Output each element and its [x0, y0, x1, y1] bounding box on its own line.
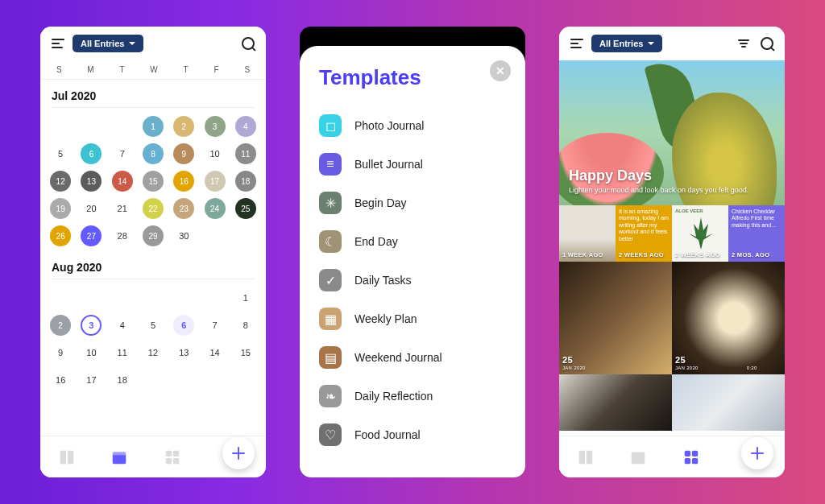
day-cell[interactable]: 23 [168, 196, 199, 221]
weekday-header: SMTWTFS [40, 60, 266, 80]
aug-grid: 123456789101112131415161718 [40, 283, 266, 395]
day-cell[interactable]: 2 [168, 114, 199, 138]
day-cell[interactable]: 8 [230, 313, 261, 337]
day-cell[interactable]: 20 [76, 196, 106, 221]
calendar-scroll[interactable]: Jul 2020 1234567891011121314151617181920… [40, 80, 266, 477]
nav-grid-icon[interactable] [164, 448, 181, 466]
day-cell[interactable]: 15 [138, 169, 168, 193]
day-cell[interactable]: 25 [230, 196, 261, 221]
template-item[interactable]: ≡Bullet Journal [319, 145, 506, 184]
entry-tile-large[interactable]: 25JAN 20200:20 [672, 262, 785, 374]
day-cell[interactable]: 19 [45, 196, 76, 221]
entry-tile[interactable]: 1 WEEK AGO [559, 205, 616, 262]
day-cell[interactable]: 3 [76, 313, 106, 337]
template-item[interactable]: ✳Begin Day [319, 184, 506, 222]
day-cell[interactable]: 17 [76, 368, 106, 392]
hero-banner[interactable]: Happy Days Lighten your mood and look ba… [559, 60, 785, 205]
day-cell[interactable]: 5 [138, 313, 168, 337]
close-button[interactable]: ✕ [490, 60, 511, 81]
nav-list-icon[interactable] [58, 448, 76, 466]
svg-rect-10 [632, 452, 645, 464]
day-cell[interactable]: 14 [107, 169, 138, 193]
day-cell[interactable]: 18 [230, 169, 261, 193]
chevron-down-icon [648, 42, 654, 45]
day-cell [45, 286, 76, 310]
template-item[interactable]: ♡Food Journal [319, 415, 506, 454]
day-cell[interactable]: 10 [76, 341, 106, 365]
day-cell[interactable]: 27 [76, 224, 106, 248]
day-cell[interactable]: 11 [230, 142, 261, 166]
template-label: Weekly Plan [354, 312, 417, 325]
gallery-scroll[interactable]: Happy Days Lighten your mood and look ba… [559, 60, 785, 477]
day-cell [107, 114, 138, 138]
day-cell[interactable]: 5 [45, 142, 76, 166]
day-cell[interactable]: 30 [168, 224, 199, 248]
day-cell[interactable]: 4 [107, 313, 138, 337]
day-cell[interactable]: 13 [76, 169, 106, 193]
day-cell[interactable]: 7 [199, 313, 230, 337]
day-cell[interactable]: 22 [138, 196, 168, 221]
day-cell[interactable]: 6 [168, 313, 199, 337]
day-cell[interactable]: 8 [138, 142, 168, 166]
day-cell[interactable]: 13 [168, 341, 199, 365]
template-item[interactable]: ▤Weekend Journal [319, 338, 506, 377]
day-cell[interactable]: 26 [45, 224, 76, 248]
search-icon[interactable] [761, 37, 773, 50]
day-cell[interactable]: 3 [199, 114, 230, 138]
add-entry-button[interactable] [741, 437, 773, 469]
day-cell[interactable]: 9 [45, 341, 76, 365]
day-cell[interactable]: 17 [199, 169, 230, 193]
day-cell[interactable]: 11 [107, 341, 138, 365]
day-cell[interactable]: 18 [107, 368, 138, 392]
templates-title: Templates [319, 65, 506, 90]
day-cell[interactable]: 6 [76, 142, 106, 166]
day-cell[interactable]: 2 [45, 313, 76, 337]
template-item[interactable]: ▦Weekly Plan [319, 300, 506, 338]
nav-grid-icon[interactable] [682, 448, 700, 466]
add-entry-button[interactable] [222, 437, 255, 469]
template-icon: ✳ [319, 192, 342, 214]
svg-rect-13 [685, 457, 690, 463]
day-cell[interactable]: 12 [138, 341, 168, 365]
entry-tile-large[interactable]: 25JAN 2020 [559, 262, 672, 374]
entry-tile[interactable]: ALOE VEER2 WEEKS AGO [672, 205, 728, 262]
menu-icon[interactable] [570, 39, 583, 48]
template-item[interactable]: ◻Photo Journal [319, 106, 506, 145]
day-cell[interactable]: 28 [107, 224, 138, 248]
day-cell[interactable]: 10 [199, 142, 230, 166]
day-cell[interactable]: 21 [107, 196, 138, 221]
all-entries-filter[interactable]: All Entries [591, 35, 662, 52]
day-cell [138, 368, 168, 392]
template-icon: ▤ [319, 346, 342, 369]
entry-tile[interactable]: It is an amazing morning, today I am wri… [616, 205, 672, 262]
menu-icon[interactable] [52, 39, 64, 48]
day-cell[interactable]: 9 [168, 142, 199, 166]
nav-calendar-icon[interactable] [110, 448, 128, 466]
day-cell[interactable]: 7 [107, 142, 138, 166]
template-label: Begin Day [354, 196, 407, 209]
gallery-screen: All Entries Happy Days Lighten your mood… [559, 27, 785, 477]
day-cell[interactable]: 16 [45, 368, 76, 392]
svg-rect-7 [173, 457, 179, 463]
day-cell[interactable]: 1 [230, 286, 261, 310]
template-item[interactable]: ✓Daily Tasks [319, 261, 506, 300]
day-cell[interactable]: 1 [138, 114, 168, 138]
entry-tile[interactable]: Chicken Cheddar Alfredo First time makin… [728, 205, 785, 262]
template-item[interactable]: ☾End Day [319, 222, 506, 261]
day-cell[interactable]: 12 [45, 169, 76, 193]
nav-list-icon[interactable] [577, 448, 595, 466]
nav-calendar-icon[interactable] [629, 448, 647, 466]
day-cell [199, 286, 230, 310]
all-entries-filter[interactable]: All Entries [73, 35, 143, 52]
day-cell[interactable]: 15 [230, 341, 261, 365]
day-cell[interactable]: 24 [199, 196, 230, 221]
day-cell[interactable]: 14 [199, 341, 230, 365]
search-icon[interactable] [242, 37, 255, 50]
entry-tile[interactable] [559, 374, 672, 431]
day-cell[interactable]: 16 [168, 169, 199, 193]
template-item[interactable]: ❧Daily Reflection [319, 377, 506, 415]
day-cell[interactable]: 4 [230, 114, 261, 138]
entry-tile[interactable] [672, 374, 785, 431]
filter-icon[interactable] [738, 39, 749, 48]
day-cell[interactable]: 29 [138, 224, 168, 248]
